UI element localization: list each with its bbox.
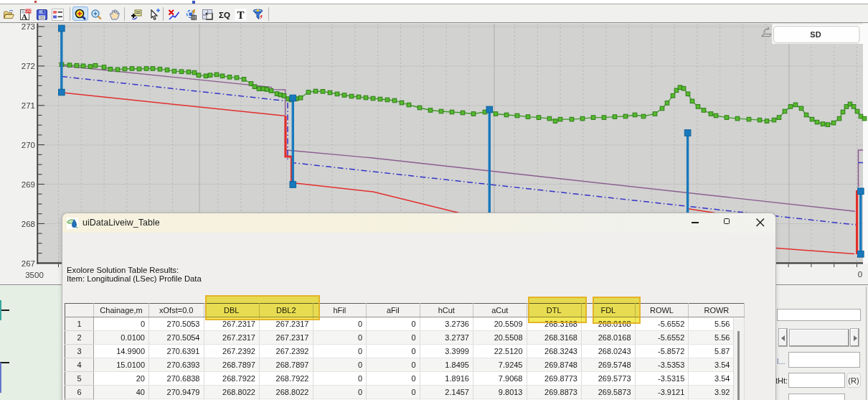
svg-text:3500: 3500	[25, 271, 44, 279]
svg-text:273: 273	[22, 22, 35, 31]
svg-text:272: 272	[22, 62, 35, 70]
svg-text:269: 269	[22, 180, 35, 189]
svg-text:271: 271	[22, 101, 35, 110]
svg-text:270: 270	[22, 141, 35, 149]
svg-text:SD: SD	[810, 30, 821, 39]
svg-text:267: 267	[22, 259, 35, 268]
svg-text:0: 0	[858, 270, 862, 279]
svg-text:268: 268	[22, 220, 35, 228]
